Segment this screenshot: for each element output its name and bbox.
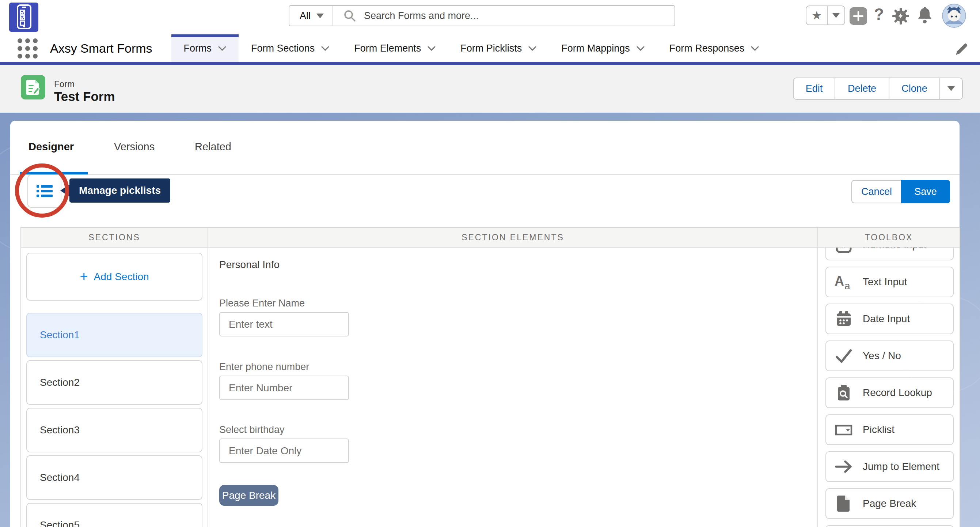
- screen: All ★ ?: [0, 0, 980, 527]
- section-item-5[interactable]: Section5: [26, 503, 202, 527]
- numeric-input-icon: #: [834, 248, 853, 254]
- checkmark-icon: [834, 347, 853, 365]
- record-header: Form Test Form Edit Delete Clone: [0, 65, 980, 113]
- record-lookup-icon: [834, 383, 853, 402]
- toolbox-item-page-break[interactable]: Page Break: [826, 488, 954, 519]
- tab-versions[interactable]: Versions: [114, 141, 154, 153]
- app-logo-icon: [9, 3, 38, 32]
- toolbox-item-numeric-input[interactable]: # Numeric Input: [826, 248, 954, 260]
- nav-tab-form-picklists[interactable]: Form Picklists: [448, 34, 549, 62]
- app-launcher-icon[interactable]: [18, 38, 38, 59]
- designer-table: SECTIONS SECTION ELEMENTS TOOLBOX + Add …: [21, 227, 960, 527]
- detail-tabstrip: Designer Versions Related: [10, 121, 959, 175]
- name-text-input[interactable]: [219, 312, 349, 337]
- nav-tabs: Forms Form Sections Form Elements Form P…: [171, 34, 772, 62]
- toolbox-item-text-input[interactable]: Aa Text Input: [826, 267, 954, 297]
- more-actions-caret-icon[interactable]: [940, 78, 962, 99]
- section-item-3[interactable]: Section3: [26, 408, 202, 452]
- active-tab-underline: [20, 172, 88, 174]
- search-icon: [344, 10, 356, 22]
- arrow-right-icon: [834, 457, 853, 476]
- cancel-button[interactable]: Cancel: [851, 180, 901, 203]
- global-search: All: [289, 5, 675, 26]
- nav-tab-form-sections[interactable]: Form Sections: [239, 34, 342, 62]
- section-title: Personal Info: [219, 259, 818, 271]
- toolbox-header: TOOLBOX: [818, 228, 959, 248]
- chevron-down-icon[interactable]: [428, 46, 436, 51]
- edit-button[interactable]: Edit: [794, 78, 835, 99]
- delete-button[interactable]: Delete: [835, 78, 889, 99]
- global-header: All ★ ?: [0, 0, 980, 34]
- plus-icon: +: [80, 269, 88, 283]
- favorites-star-icon[interactable]: ★: [807, 6, 827, 24]
- toolbox-item-label: Picklist: [863, 424, 894, 436]
- picklist-list-icon: [36, 184, 53, 199]
- toolbox-item-label: Jump to Element: [863, 461, 939, 473]
- toolbox-item-record-lookup[interactable]: Record Lookup: [826, 377, 954, 408]
- section-item-2[interactable]: Section2: [26, 360, 202, 405]
- clone-button[interactable]: Clone: [889, 78, 940, 99]
- search-input[interactable]: [363, 10, 675, 22]
- nav-tab-label: Form Mappings: [561, 43, 630, 54]
- nav-tab-forms[interactable]: Forms: [171, 34, 239, 62]
- section-elements-panel: Personal Info Please Enter Name Enter ph…: [208, 248, 818, 527]
- field-label: Enter phone number: [219, 361, 818, 373]
- phone-number-input[interactable]: [219, 375, 349, 400]
- save-button[interactable]: Save: [901, 180, 950, 203]
- record-detail-card: Designer Versions Related Manage picklis…: [10, 121, 959, 527]
- toolbox-item-picklist[interactable]: Picklist: [826, 414, 954, 445]
- toolbox-item-label: Yes / No: [863, 350, 901, 362]
- manage-picklists-button[interactable]: [27, 174, 61, 208]
- tab-related[interactable]: Related: [195, 141, 231, 153]
- nav-tab-label: Forms: [184, 43, 212, 54]
- toolbox-item-partial[interactable]: [826, 525, 954, 527]
- toolbox-item-label: Date Input: [863, 313, 910, 325]
- sections-header: SECTIONS: [21, 228, 208, 248]
- page-icon: [834, 494, 853, 513]
- chevron-down-icon[interactable]: [528, 46, 536, 51]
- nav-tab-form-responses[interactable]: Form Responses: [657, 34, 772, 62]
- help-icon[interactable]: ?: [874, 5, 884, 23]
- field-label: Please Enter Name: [219, 298, 818, 309]
- chevron-down-icon[interactable]: [218, 46, 226, 51]
- global-add-button[interactable]: [850, 7, 867, 25]
- notifications-bell-icon[interactable]: [916, 6, 933, 25]
- setup-gear-icon[interactable]: [892, 7, 910, 25]
- toolbox-item-jump-to-element[interactable]: Jump to Element: [826, 451, 954, 482]
- record-entity-label: Form: [54, 79, 75, 89]
- section-item-4[interactable]: Section4: [26, 455, 202, 500]
- favorites-caret-icon[interactable]: [827, 6, 845, 24]
- nav-tab-label: Form Elements: [354, 43, 421, 54]
- text-input-icon: Aa: [834, 273, 853, 291]
- toolbox-item-date-input[interactable]: Date Input: [826, 303, 954, 334]
- sections-panel: + Add Section Section1 Section2 Section3…: [21, 248, 208, 527]
- tab-designer[interactable]: Designer: [29, 141, 74, 153]
- toolbox-item-label: Page Break: [863, 498, 916, 509]
- toolbox-item-label: Numeric Input: [863, 248, 926, 251]
- svg-text:#: #: [841, 248, 846, 250]
- favorites-group: ★: [806, 5, 845, 25]
- nav-tab-form-elements[interactable]: Form Elements: [342, 34, 448, 62]
- section-item-1[interactable]: Section1: [26, 313, 202, 357]
- nav-tab-label: Form Responses: [670, 43, 745, 54]
- picklist-icon: [834, 420, 853, 439]
- field-label: Select birthday: [219, 424, 818, 436]
- add-section-button[interactable]: + Add Section: [26, 253, 202, 300]
- chevron-down-icon[interactable]: [751, 46, 759, 51]
- record-title: Test Form: [54, 89, 115, 104]
- section-elements-header: SECTION ELEMENTS: [208, 228, 818, 248]
- birthday-date-input[interactable]: [219, 439, 349, 463]
- toolbox-panel: # Numeric Input Aa Text Input: [818, 248, 959, 527]
- date-input-icon: [834, 310, 853, 328]
- search-scope-dropdown[interactable]: All: [290, 6, 332, 26]
- user-avatar[interactable]: [942, 4, 966, 28]
- svg-text:A: A: [835, 273, 844, 289]
- page-background: Designer Versions Related Manage picklis…: [0, 113, 980, 527]
- toolbox-item-yes-no[interactable]: Yes / No: [826, 340, 954, 371]
- nav-tab-form-mappings[interactable]: Form Mappings: [549, 34, 657, 62]
- chevron-down-icon[interactable]: [636, 46, 644, 51]
- edit-nav-pencil-icon[interactable]: [955, 42, 969, 56]
- chevron-down-icon[interactable]: [321, 46, 329, 51]
- page-break-chip[interactable]: Page Break: [219, 485, 278, 506]
- app-nav-bar: Axsy Smart Forms Forms Form Sections For…: [0, 34, 980, 65]
